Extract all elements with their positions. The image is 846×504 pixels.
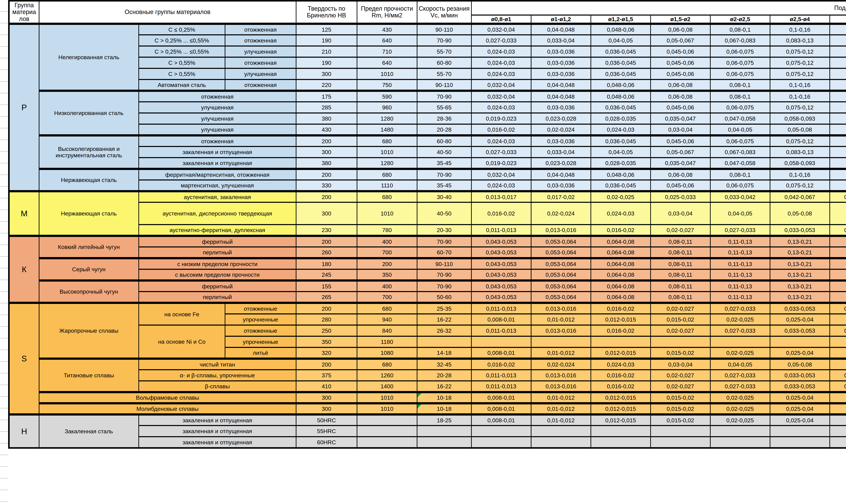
feed-value[interactable]: 0,03-0,036 bbox=[531, 102, 591, 113]
family-name[interactable]: Высоколегированная и инструментальная ст… bbox=[39, 135, 139, 169]
vc-value[interactable]: 70-90 bbox=[417, 281, 471, 292]
sub-group[interactable]: С > 0,25% ... ≤0,55% bbox=[139, 35, 225, 46]
feed-value[interactable]: 0,008-0,01 bbox=[471, 414, 531, 426]
vc-value[interactable]: 50-60 bbox=[417, 292, 471, 303]
feed-value[interactable]: 0,01-0,012 bbox=[531, 314, 591, 325]
feed-value[interactable]: 0,048-0,06 bbox=[591, 79, 651, 91]
feed-value[interactable]: 0,08-0,11 bbox=[651, 247, 710, 258]
feed-value[interactable]: 0,02-0,025 bbox=[710, 403, 770, 414]
feed-value[interactable]: 0,06-0,075 bbox=[710, 180, 770, 191]
rm-value[interactable]: 710 bbox=[357, 46, 417, 57]
feed-value[interactable]: 0,12-0,15 bbox=[830, 180, 846, 191]
vc-value[interactable]: 90-110 bbox=[417, 79, 471, 91]
vc-value[interactable]: 90-110 bbox=[417, 24, 471, 35]
sub-group[interactable]: С > 0,55% bbox=[139, 68, 225, 79]
feed-value[interactable]: 0,04-0,05 bbox=[710, 359, 770, 370]
feed-value[interactable]: 0,032-0,04 bbox=[471, 91, 531, 102]
family-name[interactable]: Серый чугун bbox=[39, 258, 139, 281]
rm-value[interactable]: 640 bbox=[357, 57, 417, 68]
feed-value[interactable]: 0,016-0,02 bbox=[471, 202, 531, 224]
hb-value[interactable]: 430 bbox=[296, 124, 357, 135]
feed-value[interactable]: 0,13-0,17 bbox=[830, 146, 846, 158]
feed-value[interactable]: 0,06-0,075 bbox=[710, 102, 770, 113]
feed-value[interactable]: 0,045-0,06 bbox=[651, 135, 710, 146]
vc-value[interactable]: 70-90 bbox=[417, 269, 471, 281]
feed-value[interactable] bbox=[591, 426, 651, 437]
hb-value[interactable]: 320 bbox=[296, 347, 357, 359]
feed-value[interactable]: 0,075-0,12 bbox=[770, 57, 830, 68]
feed-value[interactable]: 0,008-0,01 bbox=[471, 392, 531, 403]
feed-value[interactable]: 0,064-0,08 bbox=[591, 236, 651, 247]
feed-value[interactable]: 0,075-0,12 bbox=[770, 46, 830, 57]
family-name[interactable]: Нержавеющая сталь bbox=[39, 191, 139, 236]
hb-value[interactable]: 60HRC bbox=[296, 437, 357, 448]
header-diameter[interactable]: ø2-ø2,5 bbox=[710, 15, 770, 24]
feed-value[interactable] bbox=[830, 336, 846, 347]
feed-value[interactable]: 0,024-0,03 bbox=[471, 135, 531, 146]
feed-value[interactable]: 0,036-0,045 bbox=[591, 46, 651, 57]
header-diameter[interactable]: ø1,5-ø2 bbox=[651, 15, 710, 24]
header-group-column[interactable]: Группа материалов bbox=[9, 1, 39, 24]
feed-value[interactable]: 0,12-0,15 bbox=[830, 68, 846, 79]
feed-value[interactable] bbox=[471, 426, 531, 437]
feed-value[interactable] bbox=[531, 426, 591, 437]
vc-value[interactable]: 16-22 bbox=[417, 314, 471, 325]
feed-value[interactable] bbox=[531, 437, 591, 448]
header-diameter[interactable]: ø1-ø1,2 bbox=[531, 15, 591, 24]
feed-value[interactable]: 0,045-0,06 bbox=[651, 46, 710, 57]
feed-value[interactable]: 0,01-0,012 bbox=[531, 347, 591, 359]
feed-value[interactable]: 0,21-0,27 bbox=[830, 258, 846, 269]
feed-value[interactable]: 0,08-0,1 bbox=[710, 79, 770, 91]
feed-value[interactable]: 0,13-0,21 bbox=[770, 236, 830, 247]
feed-value[interactable]: 0,13-0,21 bbox=[770, 269, 830, 281]
feed-value[interactable]: 0,05-0,08 bbox=[770, 359, 830, 370]
feed-value[interactable]: 0,027-0,033 bbox=[710, 303, 770, 314]
treatment[interactable]: перлитный bbox=[139, 292, 296, 303]
feed-value[interactable]: 0,016-0,02 bbox=[591, 303, 651, 314]
treatment[interactable]: улучшенная bbox=[225, 68, 296, 79]
family-name[interactable]: Низколегированная сталь bbox=[39, 91, 139, 135]
feed-value[interactable]: 0,1-0,16 bbox=[770, 169, 830, 180]
hb-value[interactable]: 200 bbox=[296, 359, 357, 370]
feed-value[interactable]: 0,067-0,083 bbox=[710, 146, 770, 158]
vc-value[interactable]: 55-70 bbox=[417, 46, 471, 57]
feed-value[interactable]: 0,035-0,047 bbox=[651, 113, 710, 124]
feed-value[interactable]: 0,064-0,08 bbox=[591, 292, 651, 303]
rm-value[interactable]: 640 bbox=[357, 35, 417, 46]
feed-value[interactable]: 0,025-0,04 bbox=[770, 392, 830, 403]
feed-value[interactable] bbox=[710, 336, 770, 347]
header-materials-column[interactable]: Основные группы материалов bbox=[39, 1, 296, 24]
rm-value[interactable] bbox=[357, 437, 417, 448]
feed-value[interactable]: 0,04-0,048 bbox=[531, 79, 591, 91]
vc-value[interactable]: 40-50 bbox=[417, 146, 471, 158]
hb-value[interactable]: 175 bbox=[296, 91, 357, 102]
feed-value[interactable]: 0,053-0,067 bbox=[830, 303, 846, 314]
feed-value[interactable]: 0,043-0,053 bbox=[471, 292, 531, 303]
hb-value[interactable]: 230 bbox=[296, 224, 357, 236]
treatment[interactable]: ферритная/мартенситная, отожженная bbox=[139, 169, 296, 180]
feed-value[interactable]: 0,043-0,053 bbox=[471, 236, 531, 247]
feed-value[interactable]: 0,08-0,1 bbox=[710, 24, 770, 35]
header-diameter[interactable]: ø4-ø5 bbox=[830, 15, 846, 24]
rm-value[interactable]: 1280 bbox=[357, 113, 417, 124]
treatment[interactable]: перлитный bbox=[139, 247, 296, 258]
feed-value[interactable] bbox=[471, 336, 531, 347]
vc-value[interactable]: 70-90 bbox=[417, 91, 471, 102]
feed-value[interactable]: 0,02-0,027 bbox=[651, 325, 710, 336]
feed-value[interactable]: 0,02-0,025 bbox=[710, 347, 770, 359]
feed-value[interactable]: 0,06-0,075 bbox=[710, 135, 770, 146]
treatment[interactable]: закаленная и отпущенная bbox=[139, 146, 296, 158]
feed-value[interactable]: 0,008-0,01 bbox=[471, 347, 531, 359]
rm-value[interactable]: 1010 bbox=[357, 146, 417, 158]
hb-value[interactable]: 300 bbox=[296, 68, 357, 79]
treatment[interactable]: отожженная bbox=[139, 91, 296, 102]
feed-value[interactable]: 0,017-0,02 bbox=[531, 191, 591, 202]
rm-value[interactable]: 960 bbox=[357, 102, 417, 113]
feed-value[interactable]: 0,01-0,012 bbox=[531, 403, 591, 414]
feed-value[interactable]: 0,036-0,045 bbox=[591, 68, 651, 79]
hb-value[interactable]: 280 bbox=[296, 314, 357, 325]
feed-value[interactable]: 0,03-0,04 bbox=[651, 202, 710, 224]
vc-value[interactable]: 40-50 bbox=[417, 202, 471, 224]
feed-value[interactable]: 0,04-0,05 bbox=[830, 314, 846, 325]
feed-value[interactable]: 0,21-0,27 bbox=[830, 269, 846, 281]
